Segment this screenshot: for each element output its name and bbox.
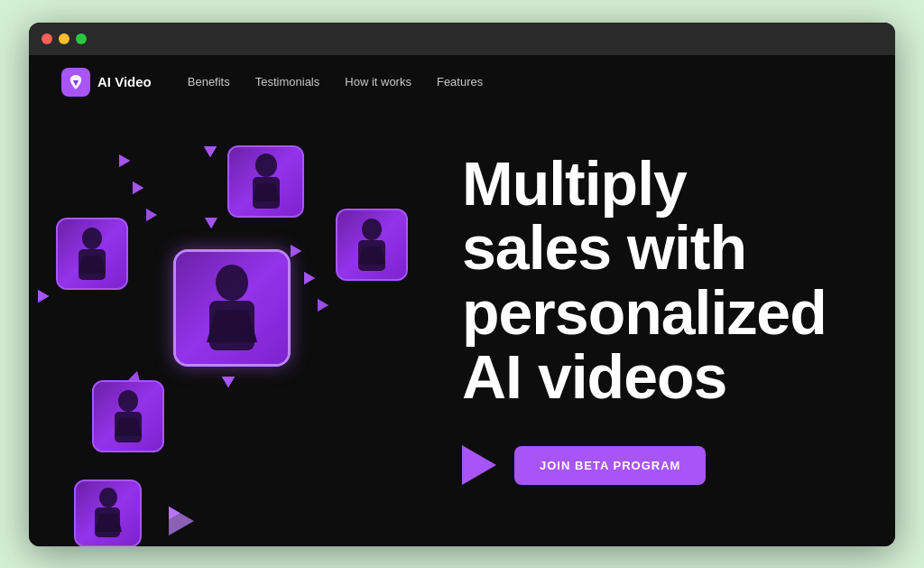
nav-link-testimonials[interactable]: Testimonials (255, 75, 320, 88)
video-thumb-right (336, 209, 408, 281)
svg-point-10 (99, 488, 117, 507)
nav-link-benefits[interactable]: Benefits (188, 75, 230, 88)
video-thumb-bottom-far (74, 480, 142, 546)
hero-section: Multiply sales with personalized AI vide… (29, 109, 895, 546)
video-thumb-top (227, 145, 304, 218)
minimize-button-dot[interactable] (59, 33, 69, 44)
cta-row: JOIN BETA PROGRAM (462, 445, 706, 485)
heading-line3: personalized (462, 278, 827, 347)
heading-line1: Multiply (462, 149, 687, 218)
svg-point-0 (255, 154, 277, 177)
heading-line2: sales with (462, 213, 746, 282)
play-icon[interactable] (462, 445, 496, 485)
heading-line4: AI videos (462, 342, 726, 411)
nav-logo-icon (61, 68, 90, 97)
video-thumb-bottom-left (92, 380, 164, 452)
nav-links: Benefits Testimonials How it works Featu… (188, 75, 484, 88)
maximize-button-dot[interactable] (76, 33, 87, 44)
nav-link-features[interactable]: Features (437, 75, 483, 88)
svg-point-6 (216, 265, 248, 301)
browser-window: AI Video Benefits Testimonials How it wo… (29, 23, 895, 546)
brand-name: AI Video (97, 74, 152, 89)
video-thumb-center-main (173, 249, 291, 367)
nav-link-how-it-works[interactable]: How it works (345, 75, 411, 88)
svg-point-8 (118, 390, 138, 412)
visual-area (29, 109, 444, 528)
navbar: AI Video Benefits Testimonials How it wo… (29, 55, 895, 109)
close-button-dot[interactable] (42, 33, 52, 44)
join-beta-button[interactable]: JOIN BETA PROGRAM (514, 446, 706, 485)
hero-text: Multiply sales with personalized AI vide… (444, 152, 859, 486)
video-thumb-left (56, 218, 128, 290)
svg-point-4 (362, 219, 382, 240)
page-content: AI Video Benefits Testimonials How it wo… (29, 55, 895, 546)
browser-chrome (29, 23, 895, 55)
nav-brand: AI Video (61, 68, 152, 97)
svg-point-2 (82, 228, 102, 249)
hero-heading: Multiply sales with personalized AI vide… (462, 152, 827, 410)
